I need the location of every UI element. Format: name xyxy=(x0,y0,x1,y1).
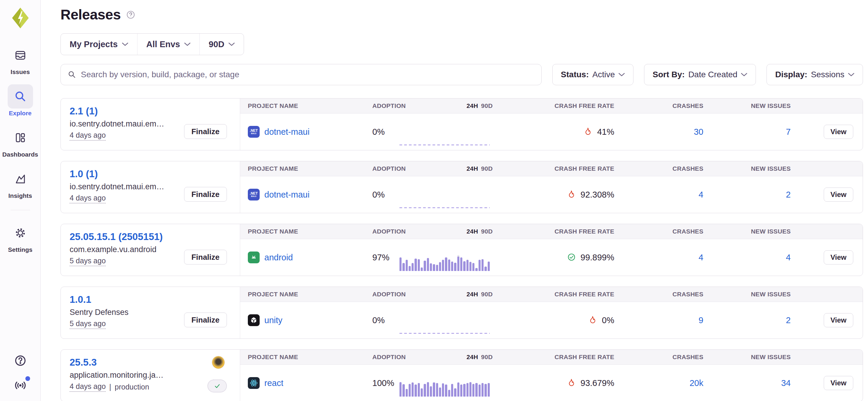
period-24h-toggle[interactable]: 24H xyxy=(466,354,478,360)
date-range-filter[interactable]: 90D xyxy=(199,34,244,55)
release-card: 25.05.15.1 (2505151) com.example.vu.andr… xyxy=(60,224,863,276)
release-version-link[interactable]: 25.05.15.1 (2505151) xyxy=(70,231,240,242)
crash-free-rate-cell: 93.679% xyxy=(493,378,614,388)
new-issues-cell: 34 xyxy=(703,378,791,388)
period-90d-toggle[interactable]: 90D xyxy=(481,165,493,172)
period-90d-toggle[interactable]: 90D xyxy=(481,354,493,360)
sort-by-dropdown[interactable]: Sort By: Date Created xyxy=(644,64,756,85)
period-90d-toggle[interactable]: 90D xyxy=(481,102,493,109)
question-circle-icon[interactable] xyxy=(126,10,135,20)
col-project-name: PROJECT NAME xyxy=(248,102,366,109)
search-icon xyxy=(8,84,33,108)
release-date[interactable]: 4 days ago xyxy=(70,194,105,203)
finalize-button[interactable]: Finalize xyxy=(184,312,227,327)
adoption-value: 0% xyxy=(366,315,398,325)
release-date[interactable]: 5 days ago xyxy=(70,319,105,329)
actions-cell: View xyxy=(791,125,853,139)
chevron-down-icon xyxy=(122,42,128,46)
dashboards-icon xyxy=(8,126,33,150)
release-table-header: PROJECT NAME ADOPTION 24H90D CRASH FREE … xyxy=(240,161,863,176)
release-author-avatar[interactable] xyxy=(212,356,224,369)
sidebar-label: Dashboards xyxy=(2,151,38,158)
adoption-sparkline[interactable] xyxy=(400,381,490,397)
crashes-link[interactable]: 20k xyxy=(689,378,703,388)
sparkline-bar xyxy=(442,381,444,397)
period-24h-toggle[interactable]: 24H xyxy=(466,102,478,109)
sentry-logo[interactable] xyxy=(11,7,30,29)
crash-free-status-icon xyxy=(567,378,577,388)
sparkline-bar xyxy=(430,381,432,397)
col-crash-free-rate: CRASH FREE RATE xyxy=(555,354,614,361)
view-button[interactable]: View xyxy=(824,313,853,327)
crashes-link[interactable]: 9 xyxy=(699,315,703,325)
finalize-button[interactable]: Finalize xyxy=(184,124,227,139)
period-90d-toggle[interactable]: 90D xyxy=(481,228,493,235)
release-environment: production xyxy=(115,383,149,391)
environment-filter[interactable]: All Envs xyxy=(137,34,199,55)
view-button[interactable]: View xyxy=(824,125,853,139)
view-button[interactable]: View xyxy=(824,250,853,265)
sort-by-dropdown-label: Sort By: xyxy=(653,70,685,79)
fire-icon xyxy=(584,127,592,136)
release-version-link[interactable]: 2.1 (1) xyxy=(70,106,240,117)
sparkline-bar xyxy=(460,381,462,397)
search-input[interactable] xyxy=(81,70,534,79)
finalize-button[interactable]: Finalize xyxy=(184,250,227,265)
new-issues-link[interactable]: 7 xyxy=(786,127,791,136)
col-period-toggle: 24H90D xyxy=(466,228,493,235)
finalize-button[interactable]: Finalize xyxy=(184,187,227,202)
project-link[interactable]: dotnet-maui xyxy=(265,127,309,137)
search-box[interactable] xyxy=(60,64,542,85)
project-link[interactable]: unity xyxy=(265,315,282,325)
project-link[interactable]: dotnet-maui xyxy=(265,190,309,200)
new-issues-link[interactable]: 34 xyxy=(781,378,791,388)
release-version-link[interactable]: 1.0.1 xyxy=(70,294,240,305)
sidebar-label: Issues xyxy=(11,68,30,75)
project-link[interactable]: react xyxy=(265,378,283,388)
col-crash-free-rate: CRASH FREE RATE xyxy=(555,228,614,235)
projects-filter[interactable]: My Projects xyxy=(61,34,137,55)
crashes-link[interactable]: 4 xyxy=(699,253,703,262)
view-button[interactable]: View xyxy=(824,376,853,390)
new-issues-link[interactable]: 2 xyxy=(786,315,791,325)
sparkline-bar xyxy=(421,381,423,397)
crashes-link[interactable]: 30 xyxy=(694,127,703,136)
sparkline-bar xyxy=(488,381,490,397)
new-issues-cell: 2 xyxy=(703,190,791,200)
search-icon xyxy=(68,70,76,79)
release-date[interactable]: 4 days ago xyxy=(70,131,105,141)
release-project-row: .NETMAUI dotnet-maui 0% 41% 30 7 View xyxy=(240,113,863,150)
release-version-link[interactable]: 1.0 (1) xyxy=(70,168,240,179)
adoption-sparkline[interactable] xyxy=(400,255,490,271)
settings-icon xyxy=(8,221,33,245)
new-issues-link[interactable]: 4 xyxy=(786,253,791,262)
period-24h-toggle[interactable]: 24H xyxy=(466,165,478,172)
adoption-sparkline[interactable] xyxy=(400,318,490,334)
fire-icon xyxy=(567,190,576,199)
sidebar-item-insights[interactable]: Insights xyxy=(8,167,33,199)
sparkline-bar xyxy=(485,255,487,271)
adoption-sparkline[interactable] xyxy=(400,129,490,145)
broadcast-icon[interactable] xyxy=(13,378,27,392)
crash-free-rate-cell: 99.899% xyxy=(493,253,614,262)
sidebar-item-settings[interactable]: Settings xyxy=(8,221,33,253)
release-date[interactable]: 4 days ago xyxy=(70,382,105,392)
period-24h-toggle[interactable]: 24H xyxy=(466,291,478,298)
adoption-sparkline[interactable] xyxy=(400,192,490,208)
release-date[interactable]: 5 days ago xyxy=(70,257,105,266)
sparkline-bar xyxy=(454,381,456,397)
status-dropdown[interactable]: Status: Active xyxy=(552,64,633,85)
finalized-check-badge[interactable] xyxy=(208,379,227,393)
sidebar-item-explore[interactable]: Explore xyxy=(8,84,33,117)
help-icon[interactable] xyxy=(13,354,27,367)
view-button[interactable]: View xyxy=(824,188,853,202)
sidebar-item-issues[interactable]: Issues xyxy=(8,43,33,75)
project-link[interactable]: android xyxy=(265,253,293,262)
sidebar-item-dashboards[interactable]: Dashboards xyxy=(2,126,38,158)
col-project-name: PROJECT NAME xyxy=(248,291,366,298)
new-issues-link[interactable]: 2 xyxy=(786,190,791,199)
crashes-link[interactable]: 4 xyxy=(699,190,703,199)
period-90d-toggle[interactable]: 90D xyxy=(481,291,493,298)
display-dropdown[interactable]: Display: Sessions xyxy=(767,64,863,85)
period-24h-toggle[interactable]: 24H xyxy=(466,228,478,235)
